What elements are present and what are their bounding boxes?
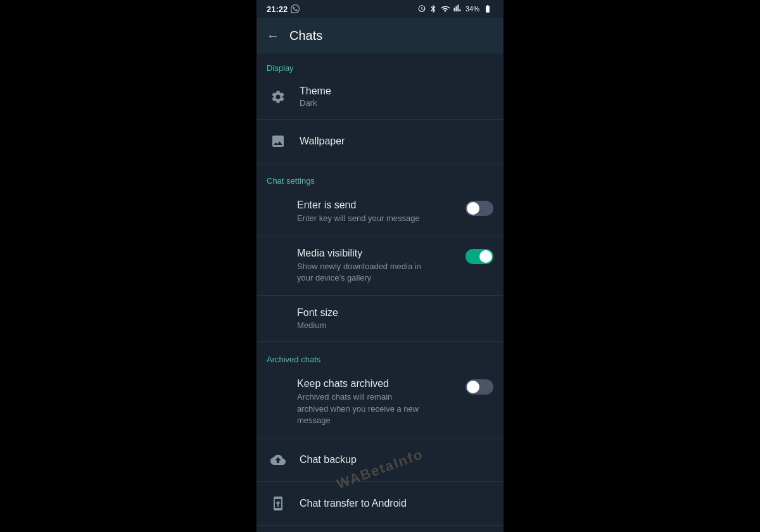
- media-visibility-subtitle: Show newly downloaded media in your devi…: [297, 261, 424, 284]
- display-section-header: Display: [256, 53, 504, 78]
- chat-transfer-text: Chat transfer to Android: [300, 498, 493, 509]
- divider-3: [256, 236, 504, 236]
- enter-is-send-title: Enter is send: [297, 200, 466, 211]
- font-size-item[interactable]: Font size Medium: [256, 298, 504, 339]
- media-visibility-knob: [479, 250, 492, 263]
- keep-archived-subtitle: Archived chats will remain archived when…: [297, 391, 424, 426]
- font-size-subtitle: Medium: [297, 320, 493, 330]
- chat-backup-text: Chat backup: [300, 454, 493, 466]
- divider-8: [256, 525, 504, 526]
- theme-text: Theme Dark: [300, 86, 493, 109]
- alarm-icon: [417, 4, 426, 13]
- image-icon: [270, 134, 286, 149]
- theme-subtitle: Dark: [300, 98, 493, 109]
- wifi-icon: [440, 4, 450, 13]
- signal-icon: [453, 4, 463, 13]
- keep-archived-item[interactable]: Keep chats archived Archived chats will …: [256, 369, 504, 435]
- wallpaper-item[interactable]: Wallpaper: [256, 122, 504, 160]
- divider-5: [256, 341, 504, 342]
- gear-icon: [270, 89, 286, 104]
- media-visibility-title: Media visibility: [297, 248, 466, 259]
- chat-transfer-icon-container: [267, 492, 289, 515]
- keep-archived-toggle[interactable]: [466, 379, 493, 395]
- wallpaper-text: Wallpaper: [300, 136, 493, 147]
- wallpaper-title: Wallpaper: [300, 136, 493, 147]
- divider-6: [256, 438, 504, 438]
- cloud-upload-icon: [270, 452, 286, 467]
- phone-frame: 21:22 34% ← Chats Displ: [256, 0, 504, 532]
- chat-backup-item[interactable]: Chat backup: [256, 441, 504, 479]
- status-bar: 21:22 34%: [256, 0, 504, 18]
- chat-backup-title: Chat backup: [300, 454, 493, 466]
- status-icons: 34%: [417, 4, 493, 13]
- enter-is-send-knob: [467, 202, 479, 215]
- whatsapp-status-icon: [291, 4, 300, 13]
- settings-content: Display Theme Dark: [256, 53, 504, 532]
- chat-transfer-item[interactable]: Chat transfer to Android: [256, 484, 504, 522]
- theme-item[interactable]: Theme Dark: [256, 78, 504, 117]
- keep-archived-text: Keep chats archived Archived chats will …: [297, 378, 466, 426]
- enter-is-send-item[interactable]: Enter is send Enter key will send your m…: [256, 191, 504, 233]
- battery-display: 34%: [466, 5, 479, 13]
- media-visibility-item[interactable]: Media visibility Show newly downloaded m…: [256, 239, 504, 293]
- enter-is-send-text: Enter is send Enter key will send your m…: [297, 200, 466, 224]
- divider-7: [256, 481, 504, 482]
- media-visibility-text: Media visibility Show newly downloaded m…: [297, 248, 466, 284]
- theme-title: Theme: [300, 86, 493, 97]
- chat-history-item[interactable]: Chat history: [256, 528, 504, 532]
- wallpaper-icon: [267, 130, 289, 153]
- divider-4: [256, 295, 504, 296]
- bluetooth-icon: [429, 4, 438, 13]
- content-wrapper: Display Theme Dark: [256, 53, 504, 532]
- media-visibility-toggle[interactable]: [466, 249, 493, 264]
- chat-transfer-title: Chat transfer to Android: [300, 498, 493, 509]
- enter-is-send-toggle[interactable]: [466, 201, 493, 216]
- keep-archived-title: Keep chats archived: [297, 378, 466, 390]
- chat-settings-section-header: Chat settings: [256, 166, 504, 191]
- battery-icon: [482, 4, 493, 13]
- keep-archived-knob: [467, 381, 479, 393]
- chat-backup-icon-container: [267, 448, 289, 471]
- app-header: ← Chats: [256, 18, 504, 53]
- time-display: 21:22: [267, 4, 288, 14]
- font-size-title: Font size: [297, 307, 493, 319]
- page-title: Chats: [289, 28, 322, 43]
- enter-is-send-subtitle: Enter key will send your message: [297, 213, 424, 224]
- divider-2: [256, 163, 504, 163]
- archived-section-header: Archived chats: [256, 345, 504, 369]
- divider-1: [256, 119, 504, 120]
- theme-icon: [267, 86, 289, 108]
- status-time: 21:22: [267, 4, 300, 14]
- back-button[interactable]: ←: [267, 28, 279, 43]
- phone-transfer-icon: [270, 496, 286, 511]
